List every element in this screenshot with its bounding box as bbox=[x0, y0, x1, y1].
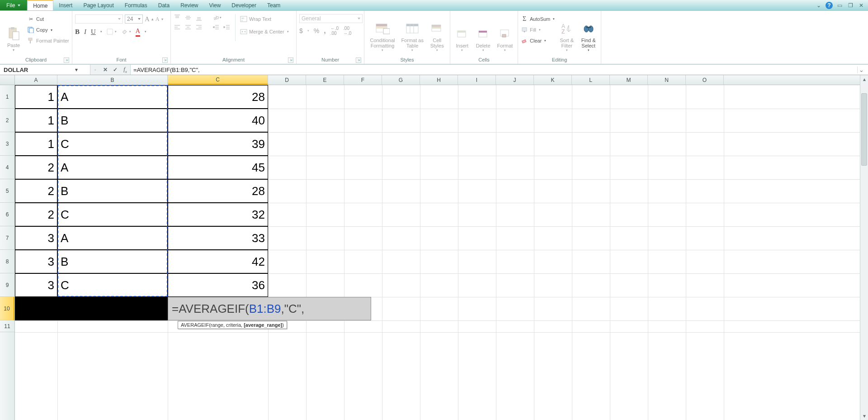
cell-B9[interactable]: C bbox=[57, 273, 168, 297]
window-minimize-icon[interactable]: ▭ bbox=[835, 2, 844, 9]
decrease-decimal-icon[interactable]: .00→.0 bbox=[343, 26, 351, 36]
column-header-F[interactable]: F bbox=[344, 75, 382, 85]
help-icon[interactable]: ? bbox=[826, 2, 833, 9]
font-name-select[interactable] bbox=[75, 14, 123, 24]
formula-cancel-icon[interactable]: ✕ bbox=[100, 67, 110, 73]
format-cells-button[interactable]: Format▾ bbox=[495, 12, 515, 52]
name-box-dropdown-icon[interactable]: ▾ bbox=[72, 67, 80, 73]
paste-button[interactable]: Paste▾ bbox=[3, 12, 24, 52]
row-header-2[interactable]: 2 bbox=[0, 109, 14, 132]
cell-B1[interactable]: A bbox=[57, 85, 168, 109]
row-header-4[interactable]: 4 bbox=[0, 156, 14, 179]
cell-B8[interactable]: B bbox=[57, 250, 168, 273]
column-header-E[interactable]: E bbox=[306, 75, 344, 85]
cell-B3[interactable]: C bbox=[57, 132, 168, 156]
clipboard-dialog-icon[interactable]: ⇲ bbox=[64, 57, 69, 63]
column-header-G[interactable]: G bbox=[382, 75, 420, 85]
decrease-indent-icon[interactable] bbox=[212, 24, 220, 31]
delete-cells-button[interactable]: Delete▾ bbox=[474, 12, 492, 52]
formula-input[interactable]: =AVERAGEIF(B1:B9,"C", ⌄ bbox=[131, 65, 868, 75]
cell-B6[interactable]: C bbox=[57, 203, 168, 226]
cut-button[interactable]: ✂Cut bbox=[27, 14, 69, 24]
italic-button[interactable]: I bbox=[84, 27, 86, 37]
alignment-dialog-icon[interactable]: ⇲ bbox=[288, 57, 293, 63]
cell-A3[interactable]: 1 bbox=[15, 132, 57, 156]
name-box[interactable]: ▾ bbox=[0, 65, 90, 75]
number-dialog-icon[interactable]: ⇲ bbox=[356, 57, 361, 63]
formula-cancel-nav-icon[interactable]: ◦ bbox=[90, 67, 100, 73]
decrease-font-icon[interactable]: A▾ bbox=[156, 14, 163, 24]
window-restore-icon[interactable]: ❐ bbox=[846, 2, 854, 9]
cell-C7[interactable]: 33 bbox=[168, 226, 268, 250]
autosum-button[interactable]: ΣAutoSum▾ bbox=[521, 14, 555, 24]
cell-C10-editing[interactable]: =AVERAGEIF(B1:B9,"C", bbox=[168, 297, 371, 320]
underline-button[interactable]: U bbox=[91, 27, 96, 37]
increase-font-icon[interactable]: A▴ bbox=[145, 14, 154, 24]
cell-C6[interactable]: 32 bbox=[168, 203, 268, 226]
spreadsheet-grid[interactable]: ABCDEFGHIJKLMNO 1234567891011 1A281B401C… bbox=[0, 75, 868, 420]
tab-formulas[interactable]: Formulas bbox=[119, 0, 153, 10]
increase-indent-icon[interactable] bbox=[223, 24, 231, 31]
window-close-icon[interactable]: ✕ bbox=[857, 2, 865, 9]
cell-A6[interactable]: 2 bbox=[15, 203, 57, 226]
format-painter-button[interactable]: Format Painter bbox=[27, 36, 69, 46]
copy-button[interactable]: Copy▾ bbox=[27, 25, 69, 35]
select-all-corner[interactable] bbox=[0, 75, 15, 85]
find-select-button[interactable]: Find & Select▾ bbox=[579, 12, 598, 52]
cell-A5[interactable]: 2 bbox=[15, 179, 57, 203]
tab-home[interactable]: Home bbox=[27, 0, 53, 10]
column-header-D[interactable]: D bbox=[268, 75, 306, 85]
cell-B2[interactable]: B bbox=[57, 109, 168, 132]
cell-C2[interactable]: 40 bbox=[168, 109, 268, 132]
wrap-text-button[interactable]: abcWrap Text bbox=[240, 14, 289, 24]
cells-area[interactable]: 1A281B401C392A452B282C323A333B423C36=AVE… bbox=[15, 85, 860, 420]
align-top-icon[interactable] bbox=[174, 14, 181, 21]
currency-button[interactable]: $ bbox=[299, 26, 303, 36]
font-color-button[interactable]: A bbox=[136, 27, 140, 37]
column-header-K[interactable]: K bbox=[534, 75, 572, 85]
cell-C1[interactable]: 28 bbox=[168, 85, 268, 109]
sort-filter-button[interactable]: AZSort & Filter▾ bbox=[557, 12, 576, 52]
scroll-down-icon[interactable]: ▾ bbox=[860, 412, 868, 420]
column-header-H[interactable]: H bbox=[420, 75, 458, 85]
row-header-3[interactable]: 3 bbox=[0, 132, 14, 156]
column-header-I[interactable]: I bbox=[458, 75, 496, 85]
increase-decimal-icon[interactable]: ←.0.00 bbox=[330, 26, 339, 36]
cell-A9[interactable]: 3 bbox=[15, 273, 57, 297]
column-header-C[interactable]: C bbox=[168, 75, 268, 85]
insert-cells-button[interactable]: Insert▾ bbox=[453, 12, 471, 52]
cell-A4[interactable]: 2 bbox=[15, 156, 57, 179]
column-header-B[interactable]: B bbox=[57, 75, 168, 85]
tab-data[interactable]: Data bbox=[153, 0, 175, 10]
ribbon-minimize-icon[interactable]: ⌄ bbox=[815, 2, 823, 9]
tab-view[interactable]: View bbox=[204, 0, 226, 10]
bold-button[interactable]: B bbox=[75, 27, 80, 37]
column-header-A[interactable]: A bbox=[15, 75, 57, 85]
cell-A2[interactable]: 1 bbox=[15, 109, 57, 132]
number-format-select[interactable]: General bbox=[299, 14, 363, 23]
cell-C8[interactable]: 42 bbox=[168, 250, 268, 273]
comma-button[interactable]: , bbox=[324, 26, 326, 36]
tab-page-layout[interactable]: Page Layout bbox=[78, 0, 119, 10]
align-left-icon[interactable] bbox=[174, 24, 181, 31]
scroll-thumb[interactable] bbox=[861, 93, 867, 166]
tab-file[interactable]: File bbox=[0, 0, 27, 10]
tab-team[interactable]: Team bbox=[262, 0, 286, 10]
cell-A1[interactable]: 1 bbox=[15, 85, 57, 109]
font-dialog-icon[interactable]: ⇲ bbox=[162, 57, 168, 63]
name-box-input[interactable] bbox=[0, 67, 72, 73]
column-header-M[interactable]: M bbox=[610, 75, 648, 85]
column-header-L[interactable]: L bbox=[572, 75, 610, 85]
scroll-up-icon[interactable]: ▴ bbox=[860, 75, 868, 83]
cell-C4[interactable]: 45 bbox=[168, 156, 268, 179]
cell-B7[interactable]: A bbox=[57, 226, 168, 250]
fill-button[interactable]: Fill▾ bbox=[521, 25, 555, 35]
font-size-select[interactable]: 24 bbox=[125, 14, 143, 24]
align-bottom-icon[interactable] bbox=[195, 14, 203, 21]
column-header-J[interactable]: J bbox=[496, 75, 534, 85]
column-header-N[interactable]: N bbox=[648, 75, 686, 85]
merge-center-button[interactable]: Merge & Center▾ bbox=[240, 27, 289, 37]
row-header-6[interactable]: 6 bbox=[0, 203, 14, 226]
insert-function-icon[interactable]: fx bbox=[120, 66, 130, 74]
cell-A8[interactable]: 3 bbox=[15, 250, 57, 273]
